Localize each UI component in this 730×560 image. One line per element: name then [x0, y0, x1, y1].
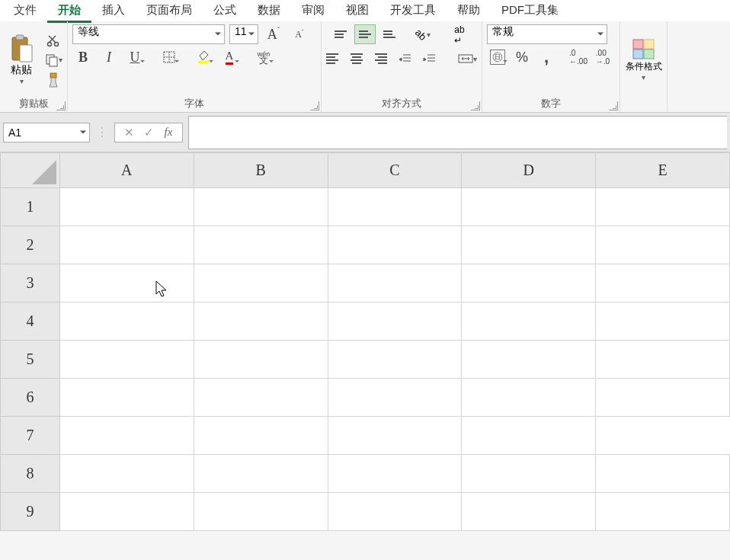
- menu-devtools[interactable]: 开发工具: [379, 0, 447, 21]
- cell-A4[interactable]: [59, 302, 194, 341]
- dialog-launcher-alignment[interactable]: [471, 101, 480, 110]
- cell-E5[interactable]: [596, 341, 730, 379]
- cell-B9[interactable]: [194, 493, 328, 531]
- decrease-decimal-button[interactable]: .00→.0: [592, 47, 613, 67]
- cell-B8[interactable]: [194, 455, 328, 493]
- cell-B3[interactable]: [194, 264, 328, 302]
- col-header-E[interactable]: E: [596, 153, 730, 188]
- menu-file[interactable]: 文件: [3, 0, 47, 21]
- percent-button[interactable]: %: [511, 47, 533, 67]
- italic-button[interactable]: I: [98, 47, 120, 67]
- cancel-formula-button[interactable]: ✕: [121, 126, 136, 139]
- formula-input[interactable]: [188, 116, 727, 149]
- menu-insert[interactable]: 插入: [91, 0, 136, 21]
- row-header-3[interactable]: 3: [1, 264, 60, 302]
- menu-review[interactable]: 审阅: [291, 0, 335, 21]
- cell-D5[interactable]: [462, 341, 596, 379]
- cell-E9[interactable]: [596, 493, 730, 531]
- cell-D8[interactable]: [462, 455, 596, 493]
- wraptext-button[interactable]: ab↵: [446, 24, 473, 46]
- font-name-select[interactable]: 等线: [72, 24, 225, 44]
- menu-pagelayout[interactable]: 页面布局: [136, 0, 203, 21]
- row-header-4[interactable]: 4: [1, 302, 60, 341]
- cell-A8[interactable]: [59, 455, 194, 493]
- cell-E4[interactable]: [596, 302, 730, 341]
- col-header-C[interactable]: C: [328, 153, 462, 188]
- phonetic-button[interactable]: wén文: [253, 47, 274, 67]
- accounting-button[interactable]: ㊐: [487, 47, 508, 67]
- cell-C6[interactable]: [328, 379, 462, 417]
- border-button[interactable]: [158, 47, 180, 67]
- col-header-B[interactable]: B: [194, 153, 328, 188]
- cell-A5[interactable]: [59, 341, 194, 379]
- row-header-5[interactable]: 5: [1, 341, 60, 379]
- cell-E2[interactable]: [596, 226, 730, 264]
- cell-D6[interactable]: [462, 379, 596, 417]
- accept-formula-button[interactable]: ✓: [141, 126, 156, 139]
- cell-A9[interactable]: [59, 493, 194, 531]
- cell-A2[interactable]: [59, 226, 194, 264]
- cell-E3[interactable]: [596, 264, 730, 302]
- bold-button[interactable]: B: [72, 47, 94, 67]
- col-header-A[interactable]: A: [59, 153, 194, 188]
- align-middle-button[interactable]: [354, 24, 376, 44]
- cell-C4[interactable]: [328, 302, 462, 341]
- decrease-font-button[interactable]: Aˇ: [289, 24, 310, 44]
- comma-button[interactable]: ,: [536, 47, 557, 67]
- cell-C3[interactable]: [328, 264, 462, 302]
- increase-decimal-button[interactable]: .0←.00: [568, 47, 589, 67]
- cell-B5[interactable]: [194, 341, 328, 379]
- cell-A1[interactable]: [59, 188, 194, 226]
- merge-button[interactable]: ▾: [453, 49, 482, 69]
- align-top-button[interactable]: [330, 24, 351, 44]
- cell-E7[interactable]: [462, 417, 596, 455]
- col-header-D[interactable]: D: [462, 153, 596, 188]
- cut-button[interactable]: [44, 32, 62, 49]
- cell-B4[interactable]: [194, 302, 328, 341]
- align-bottom-button[interactable]: [379, 24, 400, 44]
- dialog-launcher-clipboard[interactable]: [56, 101, 66, 110]
- cell-E1[interactable]: [596, 188, 730, 226]
- cell-B1[interactable]: [194, 188, 328, 226]
- menu-data[interactable]: 数据: [247, 0, 291, 21]
- menu-view[interactable]: 视图: [335, 0, 379, 21]
- cell-A6[interactable]: [59, 379, 194, 417]
- cell-D9[interactable]: [462, 493, 596, 531]
- cell-D1[interactable]: [462, 188, 596, 226]
- name-box[interactable]: A1: [3, 123, 90, 142]
- formatpainter-button[interactable]: [44, 72, 62, 88]
- select-all-corner[interactable]: [1, 153, 60, 188]
- c
-B7[interactable]: [194, 417, 328, 455]
- cell-C9[interactable]: [328, 493, 462, 531]
- row-header-9[interactable]: 9: [1, 493, 60, 531]
- cell-A7[interactable]: [59, 417, 194, 455]
- cell-C2[interactable]: [328, 226, 462, 264]
- cell-D7[interactable]: [328, 417, 462, 455]
- menu-formulas[interactable]: 公式: [203, 0, 247, 21]
- align-right-button[interactable]: [370, 49, 392, 69]
- conditional-format-button[interactable]: 条件格式 ▾: [623, 39, 665, 82]
- cell-C8[interactable]: [328, 455, 462, 493]
- number-format-select[interactable]: 常规: [487, 24, 607, 44]
- cell-C1[interactable]: [328, 188, 462, 226]
- row-header-6[interactable]: 6: [1, 379, 60, 417]
- row-header-7[interactable]: 7: [1, 417, 60, 455]
- fx-button[interactable]: fx: [161, 126, 176, 139]
- fillcolor-button[interactable]: [193, 47, 214, 67]
- orientation-button[interactable]: ab▾: [412, 24, 434, 44]
- row-header-8[interactable]: 8: [1, 455, 60, 493]
- cell-A3[interactable]: [59, 264, 194, 302]
- row-header-1[interactable]: 1: [1, 188, 60, 226]
- font-size-select[interactable]: 11: [229, 24, 258, 44]
- cell-D3[interactable]: [462, 264, 596, 302]
- cell-C5[interactable]: [328, 341, 462, 379]
- cell-D4[interactable]: [462, 302, 596, 341]
- menu-pdftools[interactable]: PDF工具集: [491, 0, 569, 21]
- cell-E6[interactable]: [596, 379, 730, 417]
- cell-E8[interactable]: [596, 455, 730, 493]
- increase-font-button[interactable]: Aˇ: [263, 24, 284, 44]
- align-left-button[interactable]: [322, 49, 343, 69]
- paste-button[interactable]: 粘贴 ▾: [5, 34, 38, 85]
- menu-help[interactable]: 帮助: [447, 0, 491, 21]
- increase-indent-button[interactable]: [419, 49, 440, 69]
